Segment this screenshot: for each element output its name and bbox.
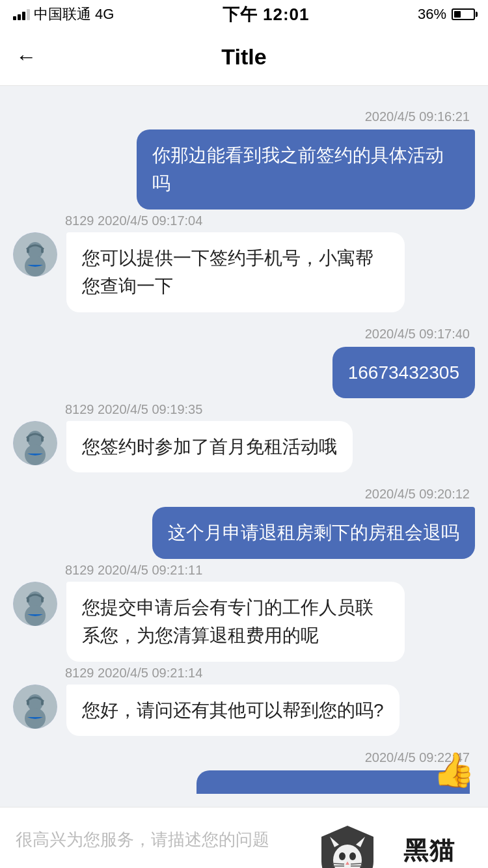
time-label: 下午 12:01 <box>223 3 310 26</box>
signal-icon <box>13 8 30 20</box>
blackcat-cn-label: 黑猫 <box>403 834 455 867</box>
message-row: 您提交申请后会有专门的工作人员联系您，为您清算退租费用的呢 <box>13 582 475 662</box>
back-button[interactable]: ← <box>16 45 36 69</box>
network-label: 4G <box>95 6 114 23</box>
carrier-label: 中国联通 <box>34 5 91 24</box>
blackcat-shield-icon <box>318 822 377 868</box>
sender-label: 8129 2020/4/5 09:17:04 <box>13 213 475 228</box>
message-timestamp: 2020/4/5 09:20:12 <box>13 487 475 502</box>
message-bubble: 您签约时参加了首月免租活动哦 <box>66 421 353 472</box>
avatar <box>13 232 57 277</box>
svg-point-24 <box>349 852 356 860</box>
avatar <box>13 685 57 729</box>
message-row: 你那边能看到我之前签约的具体活动吗 <box>13 129 475 210</box>
blackcat-text-group: 黑猫 BLACK CAT <box>383 834 476 868</box>
battery-label: 36% <box>418 6 446 23</box>
svg-point-23 <box>339 852 346 860</box>
avatar <box>13 421 57 465</box>
svg-line-28 <box>351 863 362 864</box>
message-row: 您可以提供一下签约手机号，小寓帮您查询一下 <box>13 232 475 312</box>
chat-area: 2020/4/5 09:16:21你那边能看到我之前签约的具体活动吗8129 2… <box>0 86 488 807</box>
sender-label: 8129 2020/4/5 09:21:11 <box>13 563 475 578</box>
thumb-up-icon: 👍 <box>433 750 475 790</box>
message-bubble: 您好，请问还有其他可以帮到您的吗? <box>66 685 400 736</box>
status-right: 36% <box>418 6 475 23</box>
blackcat-branding: 黑猫 BLACK CAT <box>318 822 476 868</box>
page-title: Title <box>221 44 266 70</box>
avatar <box>13 582 57 626</box>
nav-bar: ← Title <box>0 29 488 86</box>
message-bubble: 你那边能看到我之前签约的具体活动吗 <box>137 129 475 210</box>
status-bar: 中国联通 4G 下午 12:01 36% <box>0 0 488 29</box>
message-row: 16673432305 <box>13 347 475 398</box>
message-row: 您好，请问还有其他可以帮到您的吗? <box>13 685 475 736</box>
message-bubble: 您提交申请后会有专门的工作人员联系您，为您清算退租费用的呢 <box>66 582 405 662</box>
message-timestamp: 2020/4/5 09:17:40 <box>13 327 475 342</box>
message-row: 您签约时参加了首月免租活动哦 <box>13 421 475 472</box>
svg-line-26 <box>332 863 344 864</box>
message-timestamp: 2020/4/5 09:16:21 <box>13 109 475 124</box>
status-left: 中国联通 4G <box>13 5 114 24</box>
input-placeholder[interactable]: 很高兴为您服务，请描述您的问题 <box>16 828 269 851</box>
message-row: 这个月申请退租房剩下的房租会退吗 <box>13 507 475 558</box>
sender-label: 8129 2020/4/5 09:19:35 <box>13 402 475 417</box>
message-bubble: 这个月申请退租房剩下的房租会退吗 <box>152 507 475 558</box>
message-bubble: 您可以提供一下签约手机号，小寓帮您查询一下 <box>66 232 405 312</box>
sender-label: 8129 2020/4/5 09:21:14 <box>13 666 475 681</box>
battery-icon <box>452 8 475 20</box>
message-bubble: 16673432305 <box>332 347 475 398</box>
